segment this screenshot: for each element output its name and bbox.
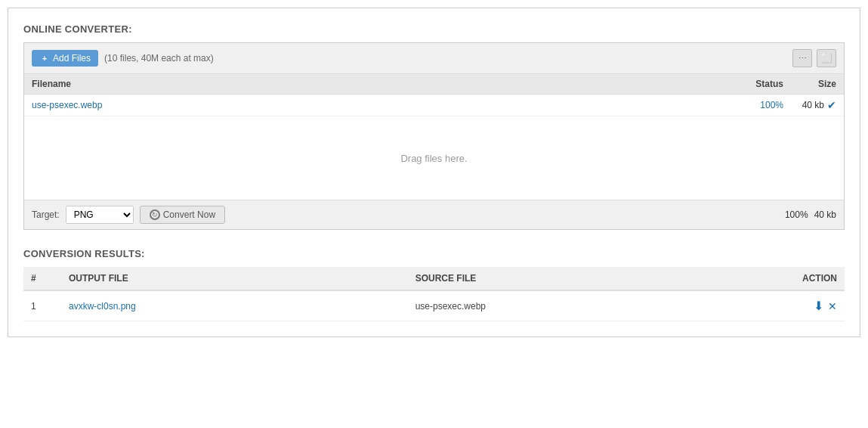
toolbar-left: + Add Files (10 files, 40M each at max) — [32, 50, 214, 67]
output-file-link[interactable]: avxkw-cl0sn.png — [69, 301, 136, 312]
convert-circle-icon: ↻ — [150, 209, 160, 220]
file-status: 100% — [723, 100, 783, 110]
converter-box: + Add Files (10 files, 40M each at max) … — [23, 42, 845, 230]
bottom-left: Target: PNG JPG GIF BMP WEBP ↻ Convert N… — [32, 206, 225, 224]
main-container: ONLINE CONVERTER: + Add Files (10 files,… — [8, 8, 860, 337]
download-button[interactable]: ⬇ — [814, 299, 823, 313]
toolbar-hint: (10 files, 40M each at max) — [104, 53, 214, 64]
check-icon: ✔ — [827, 99, 836, 111]
col-action-header: ACTION — [769, 267, 845, 290]
plus-circle-icon: + — [39, 53, 50, 64]
online-converter-title: ONLINE CONVERTER: — [23, 23, 845, 35]
target-label: Target: — [32, 209, 60, 220]
col-num-header: # — [23, 267, 61, 290]
results-table: # OUTPUT FILE SOURCE FILE ACTION 1 avxkw… — [23, 267, 845, 321]
bottom-bar: Target: PNG JPG GIF BMP WEBP ↻ Convert N… — [24, 200, 844, 229]
add-files-label: Add Files — [53, 53, 91, 64]
row-action: ⬇ ✕ — [769, 290, 845, 321]
file-size: 40 kb ✔ — [783, 99, 836, 111]
bottom-size: 40 kb — [814, 209, 836, 220]
results-table-header: # OUTPUT FILE SOURCE FILE ACTION — [23, 267, 845, 290]
row-num: 1 — [23, 290, 61, 321]
convert-now-button[interactable]: ↻ Convert Now — [140, 206, 225, 224]
results-section: CONVERSION RESULTS: # OUTPUT FILE SOURCE… — [23, 248, 845, 321]
drag-text: Drag files here. — [400, 153, 467, 164]
image-icon: ⬜ — [821, 53, 832, 64]
bottom-right: 100% 40 kb — [785, 209, 836, 220]
file-row: use-psexec.webp 100% 40 kb ✔ — [24, 95, 844, 116]
toolbar-right: ⋯ ⬜ — [792, 49, 836, 67]
toolbar: + Add Files (10 files, 40M each at max) … — [24, 43, 844, 74]
drop-zone: Drag files here. — [24, 116, 844, 200]
table-row: 1 avxkw-cl0sn.png use-psexec.webp ⬇ ✕ — [23, 290, 845, 321]
convert-now-label: Convert Now — [163, 209, 215, 220]
add-files-button[interactable]: + Add Files — [32, 50, 98, 67]
file-table-header: Filename Status Size — [24, 74, 844, 95]
status-col-header: Status — [723, 79, 783, 89]
file-size-value: 40 kb — [802, 100, 824, 110]
col-output-header: OUTPUT FILE — [61, 267, 408, 290]
grid-icon: ⋯ — [798, 54, 807, 64]
size-col-header: Size — [783, 79, 836, 89]
bottom-status: 100% — [785, 209, 808, 220]
image-view-button[interactable]: ⬜ — [817, 49, 836, 67]
grid-view-button[interactable]: ⋯ — [792, 49, 812, 67]
target-select[interactable]: PNG JPG GIF BMP WEBP — [66, 206, 134, 224]
filename-col-header: Filename — [32, 79, 723, 89]
row-output-file: avxkw-cl0sn.png — [61, 290, 408, 321]
file-link[interactable]: use-psexec.webp — [32, 100, 723, 110]
delete-button[interactable]: ✕ — [828, 300, 837, 312]
col-source-header: SOURCE FILE — [408, 267, 769, 290]
action-icons: ⬇ ✕ — [777, 299, 837, 313]
results-title: CONVERSION RESULTS: — [23, 248, 845, 259]
row-source-file: use-psexec.webp — [408, 290, 769, 321]
